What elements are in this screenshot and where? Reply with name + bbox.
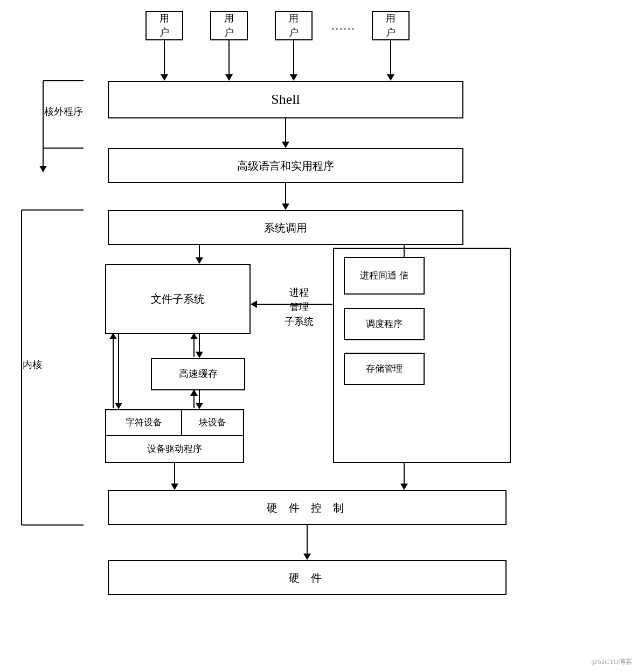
devdriver-box: 设备驱动程序 [105,436,244,463]
watermark: @51CTO博客 [591,657,633,667]
memory-box: 存储管理 [344,353,425,385]
svg-marker-11 [282,204,289,210]
user-box-2: 用 户 [210,11,248,40]
kernel-label: 内核 [23,358,42,371]
syscall-box: 系统调用 [108,210,463,245]
cache-box: 高速缓存 [151,358,245,390]
user-box-4: 用 户 [372,11,410,40]
scheduler-box: 调度程序 [344,308,425,340]
svg-marker-3 [225,74,233,81]
chardev-box: 字符设备 [105,409,182,436]
svg-marker-36 [251,300,257,308]
dots-label: ...... [331,19,356,33]
user-box-1: 用 户 [145,11,183,40]
svg-marker-32 [400,484,408,490]
hardware-box: 硬 件 [108,560,507,595]
svg-marker-26 [115,403,122,409]
diagram-container: 用 户 用 户 用 户 ...... 用 户 Shell 高级语言和实用程序 系… [0,0,638,672]
svg-marker-7 [387,74,394,81]
highlang-box: 高级语言和实用程序 [108,148,463,183]
procmgr-label: 进程管理子系统 [275,275,323,339]
svg-marker-18 [196,352,203,358]
ipc-box: 进程间通 信 [344,257,425,295]
svg-marker-9 [282,142,289,148]
svg-marker-1 [161,74,168,81]
filesystem-box: 文件子系统 [105,264,251,334]
svg-marker-41 [39,166,47,172]
outer-program-label: 核外程序 [44,105,83,118]
svg-marker-22 [196,403,203,409]
svg-marker-13 [196,257,203,264]
svg-marker-30 [171,484,178,490]
svg-marker-34 [303,554,311,560]
hardware-ctrl-box: 硬 件 控 制 [108,490,507,525]
shell-box: Shell [108,81,463,118]
user-box-3: 用 户 [275,11,313,40]
svg-marker-5 [290,74,297,81]
blockdev-box: 块设备 [182,409,244,436]
